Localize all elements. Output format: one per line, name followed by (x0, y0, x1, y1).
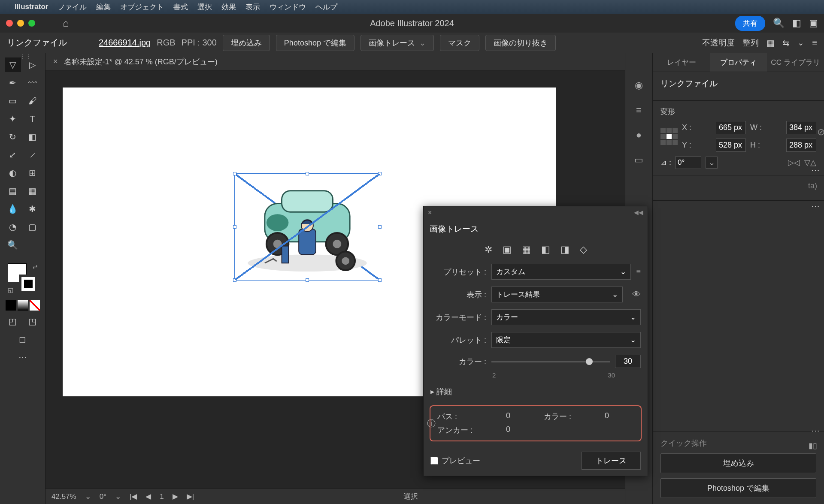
minimize-window-icon[interactable] (17, 20, 24, 27)
perspective-grid-tool[interactable]: ▦ (24, 184, 41, 198)
paintbrush-tool[interactable]: 🖌 (24, 94, 41, 108)
transform-panel-icon[interactable]: ⇆ (782, 38, 790, 48)
color-mode-icon[interactable] (6, 300, 16, 311)
eraser-tool[interactable]: ◧ (24, 130, 41, 144)
menu-effect[interactable]: 効果 (221, 2, 236, 12)
fullscreen-window-icon[interactable] (28, 20, 35, 27)
reference-point-picker[interactable] (660, 128, 678, 145)
color-panel-icon[interactable]: ● (633, 129, 645, 142)
width-tool[interactable]: ⟋ (24, 148, 41, 162)
resize-handle[interactable] (233, 225, 236, 229)
scale-tool[interactable]: ⤢ (5, 148, 21, 162)
hand-tool[interactable] (24, 238, 41, 252)
preset-auto-icon[interactable]: ✲ (485, 244, 492, 255)
fill-stroke-swatches[interactable]: ⇄ ◱ (8, 263, 38, 293)
preset-high-icon[interactable]: ▣ (503, 244, 512, 255)
eyedropper-tool[interactable]: 💧 (5, 202, 21, 216)
pen-tool[interactable]: ✒ (5, 75, 21, 90)
angle-input[interactable] (676, 156, 701, 169)
preview-checkbox-input[interactable] (430, 457, 438, 465)
menu-help[interactable]: ヘルプ (315, 2, 337, 12)
menu-type[interactable]: 書式 (173, 2, 188, 12)
menu-window[interactable]: ウィンドウ (270, 2, 306, 12)
layers-panel-icon[interactable]: ≡ (633, 104, 645, 117)
preset-outline-icon[interactable]: ◇ (580, 244, 587, 255)
quick-embed-button[interactable]: 埋め込み (660, 453, 816, 473)
placed-image-selection[interactable] (234, 173, 380, 281)
embed-button[interactable]: 埋め込み (223, 35, 270, 51)
appearance-panel-icon[interactable]: ◉ (633, 79, 645, 92)
angle-dropdown-icon[interactable]: ⌄ (706, 157, 718, 169)
share-button[interactable]: 共有 (735, 16, 765, 31)
curvature-tool[interactable]: 〰 (24, 75, 41, 90)
artboard-nav-prev-icon[interactable]: ◀ (145, 492, 151, 501)
free-transform-tool[interactable]: ⊞ (24, 166, 41, 180)
crop-image-button[interactable]: 画像の切り抜き (485, 35, 556, 51)
panel-menu-icon[interactable]: ≡ (812, 38, 817, 48)
y-input[interactable] (716, 139, 746, 152)
artboard-nav-first-icon[interactable]: |◀ (130, 492, 137, 501)
colors-value[interactable]: 30 (615, 355, 641, 368)
histogram-icon[interactable]: ▮▯ (809, 441, 817, 450)
h-input[interactable] (786, 139, 816, 152)
palette-dropdown[interactable]: 限定⌄ (491, 332, 641, 348)
edit-in-photoshop-button[interactable]: Photoshop で編集 (276, 35, 354, 51)
menu-file[interactable]: ファイル (58, 2, 87, 12)
panel-dropdown-icon[interactable]: ⌄ (797, 38, 804, 48)
preset-gray-icon[interactable]: ◧ (541, 244, 550, 255)
slider-thumb[interactable] (586, 358, 593, 365)
screen-mode-icon[interactable]: ◻ (15, 332, 31, 347)
app-name[interactable]: Illustrator (15, 3, 48, 11)
flip-horizontal-icon[interactable]: ▷◁ (788, 158, 800, 167)
toolbox-grip-icon[interactable]: ⋮⋮ (20, 53, 26, 60)
shaper-tool[interactable]: ✦ (5, 112, 21, 126)
menu-select[interactable]: 選択 (197, 2, 212, 12)
artboard-nav-last-icon[interactable]: ▶| (187, 492, 194, 501)
selection-tool[interactable]: ▽ (5, 57, 21, 72)
transform-more-icon[interactable]: ⋯ (811, 165, 820, 175)
tab-properties[interactable]: プロパティ (710, 53, 767, 72)
image-trace-tab-label[interactable]: 画像トレース (424, 219, 648, 239)
w-input[interactable] (786, 121, 816, 134)
resize-handle[interactable] (378, 172, 382, 175)
resize-handle[interactable] (306, 172, 309, 175)
document-tab[interactable]: × 名称未設定-1* @ 42.57 % (RGB/プレビュー) (45, 53, 625, 70)
gradient-tool[interactable]: ▤ (5, 184, 21, 198)
linked-filename[interactable]: 24666914.jpg (99, 38, 151, 48)
collapse-panel-icon[interactable]: ◀◀ (634, 209, 643, 216)
close-panel-icon[interactable]: × (428, 209, 432, 217)
resize-handle[interactable] (378, 225, 382, 229)
gradient-mode-icon[interactable] (18, 300, 28, 311)
trace-button[interactable]: トレース (582, 452, 641, 470)
image-trace-dropdown[interactable]: 画像トレース (360, 35, 434, 51)
artboard-number[interactable]: 1 (160, 492, 164, 501)
menu-view[interactable]: 表示 (245, 2, 260, 12)
align-label[interactable]: 整列 (742, 37, 759, 48)
artboard-tool[interactable]: ▢ (24, 220, 41, 234)
preview-checkbox[interactable]: プレビュー (430, 456, 480, 466)
default-fill-stroke-icon[interactable]: ◱ (8, 287, 13, 293)
close-tab-icon[interactable]: × (53, 57, 58, 66)
menu-edit[interactable]: 編集 (96, 2, 111, 12)
resize-handle[interactable] (233, 172, 236, 175)
resize-handle[interactable] (233, 278, 236, 282)
rectangle-tool[interactable]: ▭ (5, 94, 21, 108)
preset-bw-icon[interactable]: ◨ (560, 244, 570, 255)
link-wh-icon[interactable]: ⊘ (817, 127, 824, 138)
zoom-tool[interactable]: 🔍 (5, 238, 21, 252)
resize-handle[interactable] (378, 278, 382, 282)
edit-toolbar-icon[interactable]: ⋯ (15, 350, 31, 365)
x-input[interactable] (716, 121, 746, 134)
detail-disclosure[interactable]: 詳細 (424, 382, 648, 401)
preset-menu-icon[interactable]: ≡ (636, 267, 641, 276)
shape-builder-tool[interactable]: ◐ (5, 166, 21, 180)
arrange-documents-icon[interactable]: ◧ (792, 18, 801, 29)
menu-object[interactable]: オブジェクト (120, 2, 164, 12)
draw-behind-icon[interactable]: ◳ (24, 314, 41, 329)
zoom-level[interactable]: 42.57% (52, 492, 76, 501)
blend-tool[interactable]: ◔ (5, 220, 21, 234)
section-more-icon-2[interactable]: ⋯ (811, 426, 820, 436)
type-tool[interactable]: T (24, 112, 41, 126)
opacity-label[interactable]: 不透明度 (702, 37, 735, 48)
view-toggle-icon[interactable]: 👁 (632, 290, 641, 299)
